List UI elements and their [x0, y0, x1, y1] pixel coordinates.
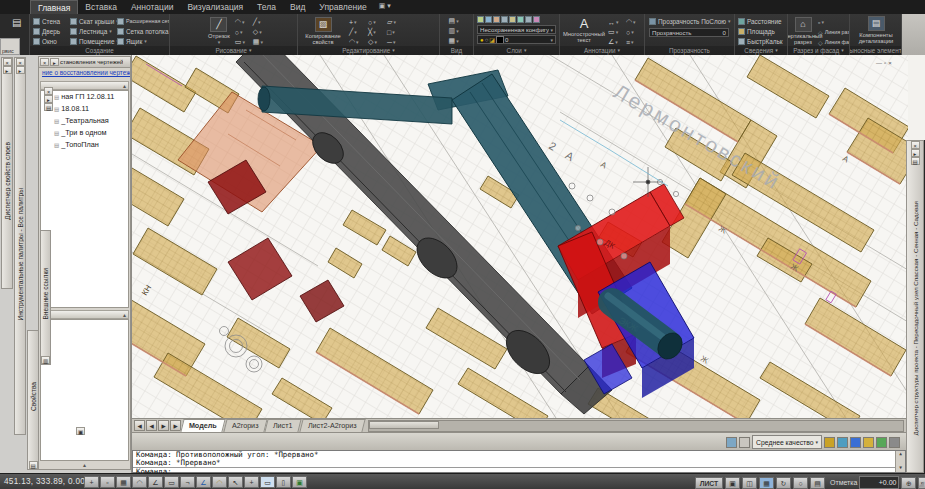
arc-dim-button[interactable]: ◠▾ — [626, 17, 642, 27]
window-button[interactable]: Окно — [33, 36, 67, 46]
tab-solids[interactable]: Тела — [250, 0, 283, 14]
steering-wheel-icon[interactable]: ▦ — [759, 477, 774, 489]
view-cube-button[interactable]: ▤▾ — [449, 16, 465, 26]
layer-tool-icon[interactable] — [477, 16, 484, 23]
tab-a2goriz[interactable]: А2гориз — [223, 419, 267, 432]
ceiling-grid-button[interactable]: Сетка потолка — [117, 26, 169, 36]
layer-tool-icon[interactable] — [485, 16, 492, 23]
stair-button[interactable]: Лестница▾ — [70, 26, 114, 36]
mirror-button[interactable]: ╳▾ — [368, 27, 384, 37]
mtext-button[interactable]: А Многострочный текст — [564, 15, 604, 47]
leader-button[interactable]: ▭▾ — [608, 27, 624, 37]
ribbon-options-icon[interactable]: ▣ ▾ — [374, 0, 396, 14]
section-object-button[interactable]: ▫▾ — [818, 17, 828, 27]
lwt-toggle[interactable]: ◠ — [212, 476, 227, 488]
recovery-section-header[interactable]: ▴ — [40, 81, 129, 90]
tab-annotate[interactable]: Аннотации — [124, 0, 181, 14]
autohide-icon[interactable]: ▸ — [16, 66, 25, 74]
isolate-objects-icon[interactable] — [863, 437, 874, 448]
roof-slab-button[interactable]: Скат крыши▾ — [70, 16, 114, 26]
dyn-toggle[interactable]: ∠ — [196, 476, 211, 488]
box-button[interactable]: Ящик▾ — [117, 36, 169, 46]
palette-bar-properties[interactable]: Свойства ▤ — [27, 330, 39, 470]
palette-scroll-up[interactable]: ▴ — [39, 461, 130, 468]
autohide-icon[interactable]: ▸ — [911, 149, 920, 157]
tab-model[interactable]: Модель — [180, 419, 225, 432]
erase-button[interactable]: ╱▾ — [349, 27, 365, 37]
layer-state-combo[interactable]: Несохраненная конфигурация сл▾ — [477, 25, 556, 34]
trim-button[interactable]: ▱▾ — [387, 17, 403, 27]
layer-tool-icon[interactable] — [525, 16, 532, 23]
annotation-monitor-toggle[interactable]: ▯ — [276, 476, 291, 488]
horizontal-scrollbar[interactable] — [368, 420, 904, 432]
pan-icon[interactable]: ↻ — [776, 477, 791, 489]
list-item[interactable]: ▤_Театральная — [41, 115, 128, 127]
layer-tool-icon[interactable] — [517, 16, 524, 23]
drawing-canvas[interactable]: ЭКЖ — [132, 55, 908, 418]
circle-button[interactable]: ○▾ — [235, 27, 251, 37]
ortho-toggle[interactable]: ▦ — [116, 476, 131, 488]
autohide-icon[interactable]: ▸ — [50, 58, 59, 66]
tab-visualize[interactable]: Визуализация — [180, 0, 250, 14]
close-icon[interactable]: × — [911, 141, 920, 149]
transparency-bylayer-button[interactable]: Прозрачность ПоСлою▾ — [649, 16, 731, 26]
close-icon[interactable]: × — [44, 87, 53, 95]
restore-icon[interactable]: ▫ — [884, 60, 886, 66]
elevation-value-field[interactable]: +0.00 — [859, 476, 899, 489]
annotation-scale-icon[interactable] — [726, 437, 737, 448]
visual-style-button[interactable]: ▥▾ — [449, 26, 465, 36]
panel-inquiry-label[interactable]: Сведения▾ — [735, 46, 787, 55]
line-button[interactable]: ╱ Отрезок▾ — [208, 15, 230, 47]
wall-button[interactable]: Стена — [33, 16, 67, 26]
door-button[interactable]: Дверь — [33, 26, 67, 36]
panel-view-label[interactable]: Вид — [440, 46, 473, 55]
layer-tool-icon[interactable] — [493, 16, 500, 23]
detail-components-button[interactable]: ▤ Компоненты детализации — [850, 14, 902, 45]
center-mark-button[interactable]: ○▾ — [626, 27, 642, 37]
recovery-help-link[interactable]: ние о восстановлении чертежей — [39, 68, 130, 78]
list-item[interactable]: ▤_ТопоПлан — [41, 139, 128, 151]
ducs-toggle[interactable]: ¬ — [180, 476, 195, 488]
panel-draw-label[interactable]: Рисование▾ — [170, 46, 297, 55]
panel-details-label[interactable]: Выносные элементы — [850, 46, 901, 55]
cut-plane-icon[interactable] — [824, 437, 835, 448]
panel-modify-label[interactable]: Редактирование▾ — [298, 46, 439, 55]
grid-toggle[interactable]: ▫ — [100, 476, 115, 488]
drawing-status-menu-icon[interactable] — [889, 437, 900, 448]
palette-bar-xref[interactable]: Внешние ссылки ▥ — [40, 230, 51, 365]
panel-transparency-label[interactable]: Прозрачность — [645, 46, 734, 55]
area-button[interactable]: Площадь — [738, 26, 787, 36]
autohide-icon[interactable]: ▸ — [3, 66, 12, 74]
panel-annotation-label[interactable]: Аннотации▾ — [560, 46, 644, 55]
osnap-toggle[interactable]: ∠ — [148, 476, 163, 488]
properties-icon[interactable]: ▤ — [911, 157, 920, 165]
display-quality-select[interactable]: Среднее качество▾ — [752, 435, 822, 449]
match-properties-button[interactable]: ▨ Копирование свойств — [302, 15, 344, 47]
list-item[interactable]: ▤18.08.11 — [41, 103, 128, 115]
autohide-icon[interactable]: ▸ — [44, 95, 53, 103]
annotation-visibility-icon[interactable] — [739, 437, 750, 448]
rotate-button[interactable]: ○▾ — [368, 17, 384, 27]
tab-manage[interactable]: Управление — [312, 0, 373, 14]
quickcalc-button[interactable]: БыстрКальк — [738, 36, 787, 46]
panel-section-label[interactable]: Разрез и фасад▾ — [788, 46, 849, 55]
tab-view[interactable]: Вид — [283, 0, 312, 14]
ellipse-button[interactable]: ◇▾ — [253, 27, 269, 37]
command-scrollbar[interactable]: ▲ ▼ — [895, 451, 905, 472]
space-button[interactable]: Помещение▾ — [70, 36, 114, 46]
panel-create-label[interactable]: Создание — [30, 46, 169, 55]
move-button[interactable]: +▾ — [349, 17, 365, 27]
vertical-section-button[interactable]: ⌂ Вертикальный разрез — [790, 15, 816, 47]
column-grid-button[interactable]: Расширенная сетка колонн▾ — [117, 16, 169, 26]
transparency-toggle[interactable]: ▭ — [260, 476, 275, 488]
close-icon[interactable]: × — [3, 58, 12, 66]
quick-view-drawings-icon[interactable]: ◫ — [742, 477, 757, 489]
aec-project-icon[interactable] — [876, 437, 887, 448]
resize-grip-icon[interactable]: ◢ — [919, 480, 924, 488]
surface-hatch-icon[interactable] — [837, 437, 848, 448]
polar-toggle[interactable]: ◠ — [132, 476, 147, 488]
command-window[interactable]: Команда: Противоположный угол: *Прервано… — [132, 450, 906, 473]
otrack-toggle[interactable]: ▭ — [164, 476, 179, 488]
recovery-section-header2[interactable]: ▴ — [40, 310, 129, 319]
layer-tool-icon[interactable] — [501, 16, 508, 23]
